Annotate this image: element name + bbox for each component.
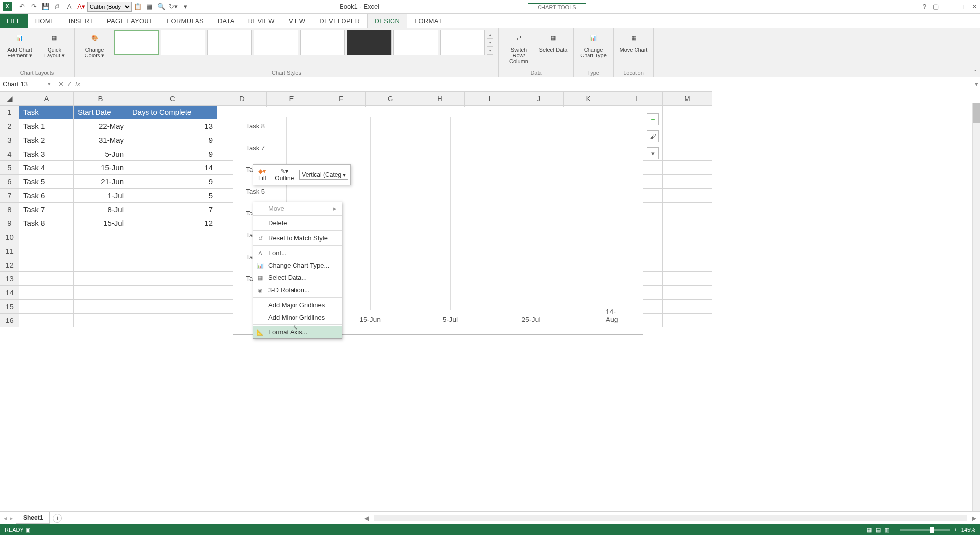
qat-btn-4[interactable]: ↻▾: [167, 1, 179, 12]
tab-home[interactable]: HOME: [28, 14, 62, 28]
tab-developer[interactable]: DEVELOPER: [312, 14, 367, 28]
cell-c5[interactable]: 14: [128, 161, 217, 175]
row-header-4[interactable]: 4: [0, 147, 19, 161]
worksheet-grid[interactable]: ◢ A B C D E F G H I J K L M 1 Task Start…: [0, 91, 980, 511]
col-header-e[interactable]: E: [267, 92, 316, 106]
add-chart-element-button[interactable]: 📊 Add Chart Element ▾: [5, 30, 35, 59]
ctx-change-chart-type[interactable]: 📊Change Chart Type...: [253, 259, 342, 271]
cell-a4[interactable]: Task 3: [19, 147, 74, 161]
col-header-h[interactable]: H: [415, 92, 465, 106]
move-chart-button[interactable]: ▦ Move Chart: [619, 30, 648, 53]
row-header-7[interactable]: 7: [0, 189, 19, 203]
view-pagebreak-button[interactable]: ▥: [884, 527, 889, 533]
cell-a7[interactable]: Task 6: [19, 189, 74, 203]
horizontal-scrollbar[interactable]: [374, 515, 967, 521]
tab-insert[interactable]: INSERT: [62, 14, 100, 28]
chart-style-5[interactable]: [300, 30, 345, 55]
fx-button[interactable]: fx: [75, 80, 80, 88]
change-colors-button[interactable]: 🎨 Change Colors ▾: [80, 30, 109, 59]
col-header-m[interactable]: M: [663, 92, 712, 106]
zoom-slider[interactable]: [900, 529, 950, 531]
print-preview-button[interactable]: ⎙: [51, 1, 63, 12]
quick-layout-button[interactable]: ▦ Quick Layout ▾: [40, 30, 69, 59]
ctx-add-major-gridlines[interactable]: Add Major Gridlines: [253, 299, 342, 311]
row-header-8[interactable]: 8: [0, 203, 19, 216]
row-header-16[interactable]: 16: [0, 314, 19, 327]
chart-style-1[interactable]: [114, 30, 159, 55]
cell-a3[interactable]: Task 2: [19, 133, 74, 147]
zoom-out-button[interactable]: −: [893, 527, 896, 533]
row-header-3[interactable]: 3: [0, 133, 19, 147]
redo-button[interactable]: ↷: [28, 1, 40, 12]
ctx-select-data[interactable]: ▦Select Data...: [253, 271, 342, 284]
chart-elements-button[interactable]: ＋: [647, 113, 659, 125]
tab-file[interactable]: FILE: [0, 14, 28, 28]
enter-formula-button[interactable]: ✓: [67, 80, 72, 88]
cell-b6[interactable]: 21-Jun: [74, 175, 128, 189]
fill-button[interactable]: ◆▾ Fill: [255, 167, 269, 183]
sheet-nav-prev[interactable]: ◂: [4, 515, 7, 522]
macro-record-icon[interactable]: ▣: [25, 527, 30, 533]
cell-a8[interactable]: Task 7: [19, 203, 74, 216]
col-header-g[interactable]: G: [366, 92, 415, 106]
col-header-c[interactable]: C: [128, 92, 217, 106]
close-button[interactable]: ✕: [972, 3, 977, 10]
row-header-13[interactable]: 13: [0, 272, 19, 286]
cell-b8[interactable]: 8-Jul: [74, 203, 128, 216]
cell-a2[interactable]: Task 1: [19, 119, 74, 133]
view-normal-button[interactable]: ▦: [867, 527, 872, 533]
font-size-button[interactable]: A: [63, 1, 75, 12]
cell-a9[interactable]: Task 8: [19, 216, 74, 230]
chart-styles-button[interactable]: 🖌: [647, 130, 659, 142]
ribbon-collapse-button[interactable]: ˆ: [970, 28, 980, 77]
row-header-10[interactable]: 10: [0, 230, 19, 244]
ribbon-options-button[interactable]: ▢: [933, 3, 939, 10]
formula-expand-button[interactable]: ▾: [972, 80, 980, 88]
cell-c8[interactable]: 7: [128, 203, 217, 216]
chart-style-2[interactable]: [161, 30, 205, 55]
zoom-in-button[interactable]: +: [954, 527, 957, 533]
save-button[interactable]: 💾: [40, 1, 51, 12]
cell-c7[interactable]: 5: [128, 189, 217, 203]
font-color-button[interactable]: A▾: [75, 1, 87, 12]
switch-row-column-button[interactable]: ⇄ Switch Row/ Column: [504, 30, 534, 64]
help-button[interactable]: ?: [923, 3, 926, 10]
axis-combo[interactable]: Vertical (Categ▾: [299, 170, 348, 180]
undo-button[interactable]: ↶: [16, 1, 28, 12]
view-layout-button[interactable]: ▤: [876, 527, 881, 533]
embedded-chart[interactable]: ＋ 🖌 ▾ 26-May15-Jun5-Jul25-Jul14-AugTask …: [233, 107, 643, 335]
qat-customize[interactable]: ▾: [179, 1, 191, 12]
outline-button[interactable]: ✎▾ Outline: [272, 167, 296, 183]
chart-style-7[interactable]: [393, 30, 438, 55]
chart-styles-scroll[interactable]: ▴▾▾: [487, 30, 493, 55]
chart-style-3[interactable]: [207, 30, 252, 55]
cell-c3[interactable]: 9: [128, 133, 217, 147]
qat-btn-3[interactable]: 🔍: [155, 1, 167, 12]
name-box[interactable]: Chart 13▾: [0, 80, 54, 88]
cell-a1[interactable]: Task: [19, 106, 74, 119]
col-header-l[interactable]: L: [613, 92, 663, 106]
row-header-5[interactable]: 5: [0, 161, 19, 175]
row-header-15[interactable]: 15: [0, 300, 19, 314]
tab-review[interactable]: REVIEW: [242, 14, 282, 28]
tab-design[interactable]: DESIGN: [367, 14, 408, 28]
chart-style-4[interactable]: [254, 30, 298, 55]
row-header-14[interactable]: 14: [0, 286, 19, 300]
vertical-scrollbar[interactable]: [972, 103, 980, 511]
ctx-font[interactable]: AFont...: [253, 247, 342, 259]
cell-c6[interactable]: 9: [128, 175, 217, 189]
qat-btn-1[interactable]: 📋: [132, 1, 144, 12]
ctx-3d-rotation[interactable]: ◉3-D Rotation...: [253, 284, 342, 296]
cancel-formula-button[interactable]: ✕: [58, 80, 64, 88]
tab-formulas[interactable]: FORMULAS: [160, 14, 211, 28]
cell-b5[interactable]: 15-Jun: [74, 161, 128, 175]
font-name-combo[interactable]: Calibri (Body: [87, 2, 132, 12]
new-sheet-button[interactable]: +: [53, 514, 62, 523]
select-data-button[interactable]: ▦ Select Data: [539, 30, 568, 53]
ctx-add-minor-gridlines[interactable]: Add Minor Gridlines: [253, 311, 342, 323]
col-header-k[interactable]: K: [564, 92, 613, 106]
row-header-6[interactable]: 6: [0, 175, 19, 189]
tab-page-layout[interactable]: PAGE LAYOUT: [100, 14, 160, 28]
cell-b3[interactable]: 31-May: [74, 133, 128, 147]
sheet-tab-sheet1[interactable]: Sheet1: [16, 512, 50, 524]
